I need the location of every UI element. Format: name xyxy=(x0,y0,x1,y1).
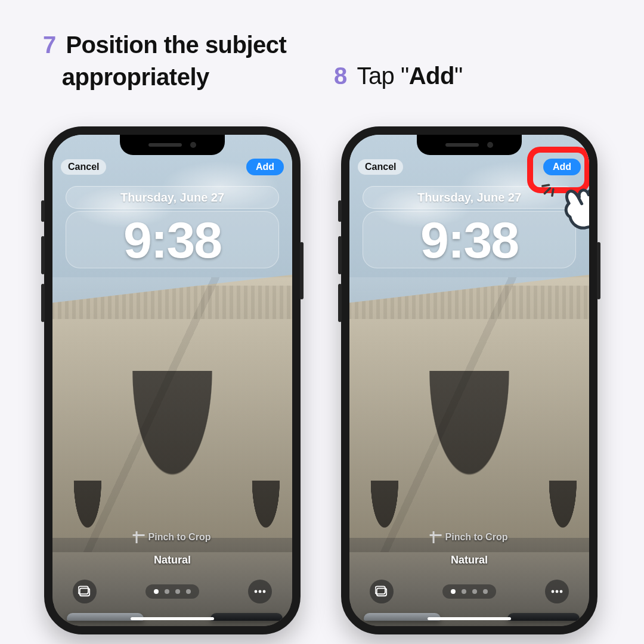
step-8-number: 8 xyxy=(334,63,347,89)
pager-dot-3 xyxy=(472,589,477,594)
filter-pager[interactable] xyxy=(145,584,199,599)
step-7-text-line1: Position the subject xyxy=(66,32,286,58)
crop-icon xyxy=(134,532,144,542)
step-8-quote-open: " xyxy=(401,63,409,89)
cancel-button[interactable]: Cancel xyxy=(358,159,403,175)
more-button[interactable] xyxy=(248,580,272,603)
step-7-instruction: 7 Position the subject appropriately xyxy=(43,29,299,93)
step-8-add-bold: Add xyxy=(409,63,454,89)
pager-dot-1 xyxy=(154,589,159,594)
volume-down xyxy=(338,284,342,322)
crop-icon xyxy=(431,532,441,542)
wallpaper-monument xyxy=(349,267,589,572)
svg-point-4 xyxy=(263,590,266,593)
pager-dot-2 xyxy=(462,589,466,594)
more-button[interactable] xyxy=(545,580,569,603)
editor-bottom-bar xyxy=(52,580,292,603)
more-icon xyxy=(253,589,267,594)
add-button[interactable]: Add xyxy=(543,159,581,175)
volume-down xyxy=(41,284,45,322)
pinch-to-crop-hint: Pinch to Crop xyxy=(431,532,508,543)
volume-up xyxy=(41,236,45,274)
pinch-to-crop-label: Pinch to Crop xyxy=(148,532,211,543)
pinch-to-crop-hint: Pinch to Crop xyxy=(134,532,211,543)
home-indicator[interactable] xyxy=(428,617,511,620)
svg-point-8 xyxy=(556,590,559,593)
editor-bottom-bar xyxy=(349,580,589,603)
front-camera-icon xyxy=(487,142,493,148)
wallpaper-filter-label[interactable]: Natural xyxy=(451,554,488,566)
wallpaper-monument xyxy=(52,267,292,572)
power-button xyxy=(597,242,600,299)
lockscreen-editor[interactable]: Cancel Add Thursday, June 27 9:38 Pinch … xyxy=(52,135,292,626)
speaker-slit xyxy=(445,143,479,147)
lockscreen-date[interactable]: Thursday, June 27 xyxy=(66,186,279,209)
svg-point-3 xyxy=(259,590,262,593)
pager-dot-3 xyxy=(175,589,180,594)
wallpaper-filter-label[interactable]: Natural xyxy=(154,554,191,566)
lockscreen-time[interactable]: 9:38 xyxy=(66,211,279,268)
step-8-instruction: 8 Tap "Add" xyxy=(334,60,614,92)
svg-point-2 xyxy=(255,590,258,593)
editor-navbar: Cancel Add xyxy=(358,156,581,178)
volume-up xyxy=(338,236,342,274)
lockscreen-date[interactable]: Thursday, June 27 xyxy=(363,186,576,209)
phone-notch xyxy=(417,135,522,155)
lockscreen-time[interactable]: 9:38 xyxy=(363,211,576,268)
photos-icon xyxy=(375,586,388,597)
power-button xyxy=(300,242,304,299)
mute-switch xyxy=(41,200,45,222)
svg-point-7 xyxy=(552,590,555,593)
photos-button[interactable] xyxy=(370,580,394,603)
step-7-text-line2: appropriately xyxy=(62,64,209,90)
pager-dot-2 xyxy=(165,589,169,594)
pager-dot-4 xyxy=(186,589,191,594)
lockscreen-editor[interactable]: Cancel Add Thursday, June 27 9:38 Pinch … xyxy=(349,135,589,626)
step-8-prefix: Tap xyxy=(357,63,401,89)
add-button[interactable]: Add xyxy=(246,159,284,175)
photos-button[interactable] xyxy=(73,580,97,603)
step-8-quote-close: " xyxy=(454,63,463,89)
phone-notch xyxy=(120,135,225,155)
filter-pager[interactable] xyxy=(442,584,496,599)
editor-navbar: Cancel Add xyxy=(61,156,284,178)
pager-dot-1 xyxy=(451,589,456,594)
speaker-slit xyxy=(148,143,182,147)
svg-point-9 xyxy=(560,590,563,593)
mute-switch xyxy=(338,200,342,222)
step-7-number: 7 xyxy=(43,32,56,58)
more-icon xyxy=(550,589,564,594)
pager-dot-4 xyxy=(483,589,488,594)
cancel-button[interactable]: Cancel xyxy=(61,159,106,175)
photos-icon xyxy=(78,586,91,597)
car-2 xyxy=(210,613,283,621)
home-indicator[interactable] xyxy=(131,617,214,620)
car-2 xyxy=(507,613,580,621)
iphone-mockup-step8: Cancel Add Thursday, June 27 9:38 Pinch … xyxy=(341,126,597,634)
pinch-to-crop-label: Pinch to Crop xyxy=(445,532,508,543)
front-camera-icon xyxy=(190,142,196,148)
iphone-mockup-step7: Cancel Add Thursday, June 27 9:38 Pinch … xyxy=(44,126,301,634)
